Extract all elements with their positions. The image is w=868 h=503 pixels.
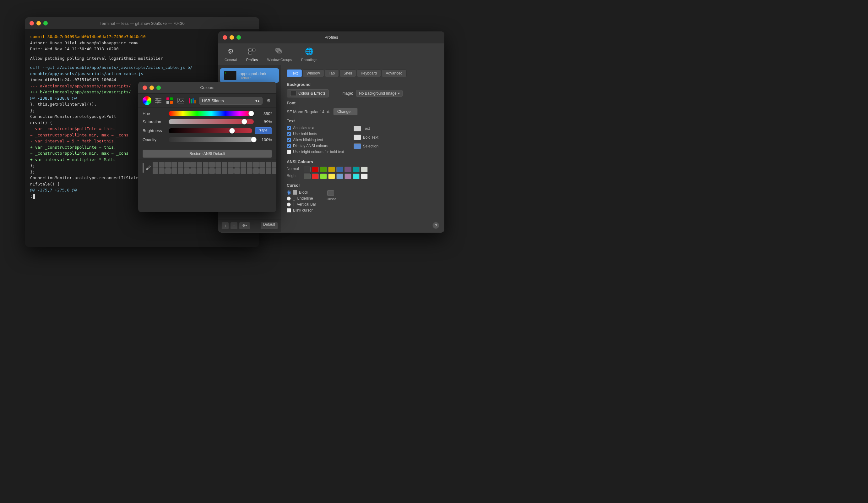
selected-colour-swatch[interactable] <box>143 163 144 173</box>
hue-thumb[interactable] <box>248 111 254 116</box>
toolbar-general[interactable]: ⚙ General <box>225 47 237 62</box>
ansi-normal-2[interactable] <box>320 167 327 172</box>
tab-advanced[interactable]: Advanced <box>382 70 406 77</box>
ansi-normal-7[interactable] <box>361 167 368 172</box>
swatch-25[interactable] <box>184 168 190 174</box>
ansi-normal-0[interactable] <box>304 167 311 172</box>
swatch-33[interactable] <box>234 168 240 174</box>
swatch-0[interactable] <box>153 162 158 168</box>
ansi-bright-2[interactable] <box>320 173 327 179</box>
swatch-11[interactable] <box>222 162 227 168</box>
swatch-7[interactable] <box>197 162 202 168</box>
opacity-thumb[interactable] <box>251 137 257 142</box>
swatch-23[interactable] <box>172 168 177 174</box>
profiles-maximize-button[interactable] <box>237 35 241 40</box>
cursor-block-radio[interactable] <box>287 191 291 194</box>
antialias-checkbox[interactable] <box>287 126 291 130</box>
colour-bars-icon[interactable] <box>188 96 197 105</box>
tab-window[interactable]: Window <box>302 70 324 77</box>
cursor-vbar-radio[interactable] <box>287 202 291 207</box>
swatch-13[interactable] <box>234 162 240 168</box>
swatch-22[interactable] <box>165 168 171 174</box>
swatch-5[interactable] <box>184 162 190 168</box>
profile-item-appsignal[interactable]: ▌ appsignal-dark Default <box>220 68 279 83</box>
swatch-2[interactable] <box>165 162 171 168</box>
selection-swatch[interactable] <box>354 143 361 149</box>
swatch-12[interactable] <box>228 162 234 168</box>
swatch-17[interactable] <box>259 162 265 168</box>
hue-slider[interactable] <box>169 111 254 116</box>
colour-mode-select[interactable]: HSB Sliders ▾▴ <box>199 97 262 105</box>
swatch-27[interactable] <box>197 168 202 174</box>
default-button[interactable]: Default <box>260 222 278 230</box>
ansi-normal-6[interactable] <box>353 167 360 172</box>
bold-fonts-checkbox[interactable] <box>287 132 291 136</box>
swatch-32[interactable] <box>228 168 234 174</box>
tab-tab[interactable]: Tab <box>325 70 339 77</box>
swatch-3[interactable] <box>172 162 177 168</box>
tab-text[interactable]: Text <box>287 70 302 77</box>
toolbar-window-groups[interactable]: Window Groups <box>267 47 292 62</box>
colours-minimize-button[interactable] <box>149 85 154 90</box>
colour-image-icon[interactable] <box>176 96 185 105</box>
bright-bold-checkbox[interactable] <box>287 150 291 154</box>
ansi-normal-5[interactable] <box>344 167 351 172</box>
ansi-bright-5[interactable] <box>344 173 351 179</box>
swatch-14[interactable] <box>240 162 246 168</box>
ansi-bright-7[interactable] <box>361 173 368 179</box>
swatch-1[interactable] <box>159 162 165 168</box>
opacity-slider[interactable] <box>169 137 254 142</box>
ansi-normal-4[interactable] <box>336 167 343 172</box>
help-button[interactable]: ? <box>432 222 439 229</box>
change-font-button[interactable]: Change... <box>333 108 358 115</box>
swatch-8[interactable] <box>203 162 208 168</box>
brightness-slider[interactable] <box>169 128 252 133</box>
blink-checkbox[interactable] <box>287 208 291 212</box>
colour-palette-icon[interactable] <box>165 96 174 105</box>
ansi-bright-1[interactable] <box>312 173 319 179</box>
swatch-9[interactable] <box>209 162 215 168</box>
cursor-underline-radio[interactable] <box>287 197 291 201</box>
restore-ansi-button[interactable]: Restore ANSI Default <box>143 150 272 158</box>
ansi-bright-6[interactable] <box>353 173 360 179</box>
ansi-normal-3[interactable] <box>328 167 335 172</box>
swatch-39[interactable] <box>272 168 276 174</box>
swatch-38[interactable] <box>266 168 271 174</box>
gear-button[interactable]: ⚙▾ <box>239 222 250 230</box>
ansi-normal-1[interactable] <box>312 167 319 172</box>
brightness-value-box[interactable]: 76% <box>255 127 272 134</box>
saturation-thumb[interactable] <box>241 119 247 124</box>
swatch-28[interactable] <box>203 168 208 174</box>
swatch-10[interactable] <box>215 162 221 168</box>
tab-shell[interactable]: Shell <box>340 70 356 77</box>
bold-text-swatch[interactable] <box>354 134 361 140</box>
swatch-29[interactable] <box>209 168 215 174</box>
swatch-21[interactable] <box>159 168 165 174</box>
swatch-26[interactable] <box>190 168 196 174</box>
swatch-4[interactable] <box>178 162 183 168</box>
remove-profile-button[interactable]: − <box>230 222 238 230</box>
swatch-35[interactable] <box>247 168 252 174</box>
brightness-thumb[interactable] <box>229 128 235 134</box>
swatch-31[interactable] <box>222 168 227 174</box>
swatch-16[interactable] <box>253 162 259 168</box>
minimize-button[interactable] <box>37 21 41 26</box>
image-select[interactable]: No Background Image ▾ <box>356 90 402 97</box>
close-button[interactable] <box>30 21 34 26</box>
colour-wheel-icon[interactable] <box>143 96 151 105</box>
swatch-24[interactable] <box>178 168 183 174</box>
swatch-36[interactable] <box>253 168 259 174</box>
tab-keyboard[interactable]: Keyboard <box>357 70 381 77</box>
colour-sliders-icon[interactable] <box>154 96 163 105</box>
eyedropper-icon[interactable] <box>146 164 151 171</box>
colour-effects-button[interactable]: Colour & Effects <box>287 89 329 98</box>
profiles-close-button[interactable] <box>223 35 227 40</box>
swatch-6[interactable] <box>190 162 196 168</box>
swatch-19[interactable] <box>272 162 276 168</box>
toolbar-profiles[interactable]: Profiles <box>246 47 258 62</box>
ansi-bright-0[interactable] <box>304 173 311 179</box>
profiles-minimize-button[interactable] <box>229 35 234 40</box>
maximize-button[interactable] <box>43 21 48 26</box>
colours-maximize-button[interactable] <box>156 85 161 90</box>
ansi-colours-checkbox[interactable] <box>287 144 291 148</box>
